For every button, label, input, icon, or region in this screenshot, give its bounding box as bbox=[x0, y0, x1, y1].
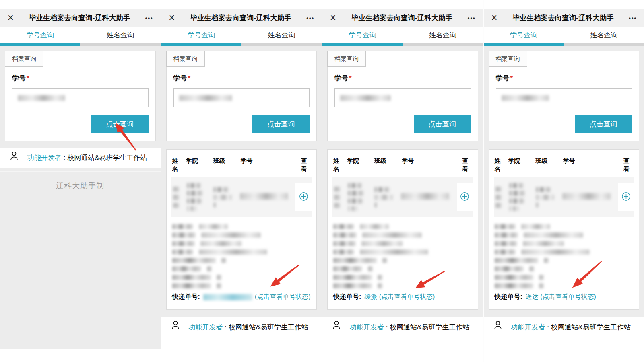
blurred-tracking-number[interactable] bbox=[203, 294, 252, 300]
detail-section: 快递单号:缓派 (点击查看单号状态) bbox=[332, 217, 473, 303]
close-icon[interactable]: ✕ bbox=[169, 14, 175, 22]
student-id-label: 学号 bbox=[173, 74, 187, 82]
required-mark: * bbox=[349, 74, 352, 82]
query-form-card: 档案查询 学号* 点击查询 bbox=[327, 51, 478, 141]
page-title: 毕业生档案去向查询-辽科大助手 bbox=[497, 13, 629, 23]
tracking-status-link-text[interactable]: (点击查看单号状态) bbox=[379, 293, 435, 300]
section-badge: 档案查询 bbox=[489, 51, 527, 67]
developer-value: : 校网通站&易班学生工作站 bbox=[223, 323, 309, 331]
student-id-input[interactable] bbox=[334, 88, 471, 107]
blurred-student-id-cell bbox=[401, 193, 454, 201]
tracking-status-link[interactable]: (点击查看单号状态) bbox=[255, 293, 311, 300]
tab-student-id-query[interactable]: 学号查询 bbox=[161, 27, 242, 43]
col-header-view: 查看 bbox=[301, 157, 308, 173]
col-header-name: 姓名 bbox=[495, 157, 502, 173]
page-title: 毕业生档案去向查询-辽科大助手 bbox=[336, 13, 468, 23]
tab-name-query[interactable]: 姓名查询 bbox=[402, 27, 483, 43]
person-icon bbox=[493, 320, 503, 334]
page-title: 毕业生档案去向查询-辽科大助手 bbox=[14, 13, 145, 23]
results-card: 姓名 学院 班级 学号 查看 bbox=[327, 149, 478, 310]
developer-value: : 校网通站&易班学生工作站 bbox=[384, 323, 470, 331]
titlebar: ✕ 毕业生档案去向查询-辽科大助手 ••• bbox=[0, 9, 161, 27]
blurred-name-cell bbox=[173, 187, 184, 208]
student-id-input[interactable] bbox=[173, 88, 310, 107]
col-header-class: 班级 bbox=[213, 157, 237, 173]
more-menu-icon[interactable]: ••• bbox=[306, 15, 314, 21]
view-cell bbox=[618, 183, 634, 211]
more-menu-icon[interactable]: ••• bbox=[629, 15, 637, 21]
developer-line: 功能开发者 : 校网通站&易班学生工作站 bbox=[6, 152, 154, 164]
section-badge: 档案查询 bbox=[166, 51, 205, 67]
tab-student-id-query[interactable]: 学号查询 bbox=[484, 27, 564, 43]
table-row bbox=[332, 177, 473, 217]
brand-area: 辽科大助手制 bbox=[0, 172, 161, 349]
developer-value: : 校网通站&易班学生工作站 bbox=[62, 154, 147, 162]
blurred-student-id-cell bbox=[562, 193, 615, 201]
student-id-input[interactable] bbox=[496, 88, 632, 107]
tabbar: 学号查询 姓名查询 bbox=[161, 27, 322, 43]
query-button[interactable]: 点击查询 bbox=[414, 115, 471, 133]
tracking-label: 快递单号: bbox=[172, 293, 200, 300]
tab-name-query[interactable]: 姓名查询 bbox=[80, 27, 160, 43]
panel-content: 档案查询 学号* 点击查询 功能开发者 : 校网通站&易 bbox=[0, 46, 161, 362]
tab-student-id-query[interactable]: 学号查询 bbox=[322, 27, 402, 43]
tab-student-id-query[interactable]: 学号查询 bbox=[0, 27, 80, 43]
more-menu-icon[interactable]: ••• bbox=[468, 15, 476, 21]
blurred-input-value bbox=[502, 95, 549, 101]
panel-content: 档案查询 学号* 点击查询 姓名 学院 班级 bbox=[161, 46, 322, 362]
titlebar: ✕ 毕业生档案去向查询-辽科大助手 ••• bbox=[484, 9, 644, 27]
tracking-line: 快递单号:(点击查看单号状态) bbox=[172, 292, 311, 303]
blurred-class-cell bbox=[374, 187, 398, 208]
developer-line: 功能开发者 : 校网通站&易班学生工作站 bbox=[168, 322, 316, 333]
brand-text: 辽科大助手制 bbox=[56, 181, 104, 190]
tabbar: 学号查询 姓名查询 bbox=[322, 27, 483, 43]
blurred-input-value bbox=[179, 95, 232, 101]
tab-underline bbox=[0, 43, 161, 46]
more-menu-icon[interactable]: ••• bbox=[145, 15, 153, 21]
query-button[interactable]: 点击查询 bbox=[252, 115, 310, 133]
divider bbox=[0, 168, 161, 172]
student-id-input[interactable] bbox=[12, 88, 149, 107]
bottom-spacer bbox=[161, 337, 322, 362]
tabbar: 学号查询 姓名查询 bbox=[0, 27, 161, 43]
section-badge: 档案查询 bbox=[327, 51, 366, 67]
close-icon[interactable]: ✕ bbox=[7, 14, 14, 22]
expand-icon[interactable] bbox=[299, 192, 308, 203]
panel-content: 档案查询 学号* 点击查询 姓名 学院 班级 bbox=[322, 46, 483, 362]
expand-icon[interactable] bbox=[460, 192, 469, 203]
developer-value: : 校网通站&易班学生工作站 bbox=[545, 323, 631, 331]
tracking-status[interactable]: 送达 bbox=[526, 293, 539, 300]
developer-line: 功能开发者 : 校网通站&易班学生工作站 bbox=[329, 322, 477, 333]
expand-icon[interactable] bbox=[621, 192, 631, 203]
col-header-view: 查看 bbox=[623, 157, 630, 173]
panel-content: 档案查询 学号* 点击查询 姓名 学院 班级 bbox=[484, 46, 644, 362]
tab-name-query[interactable]: 姓名查询 bbox=[564, 27, 644, 43]
tracking-status-link-text[interactable]: (点击查看单号状态) bbox=[540, 293, 596, 300]
person-icon bbox=[9, 150, 19, 165]
query-form-card: 档案查询 学号* 点击查询 bbox=[166, 51, 317, 141]
query-button[interactable]: 点击查询 bbox=[91, 115, 149, 133]
close-icon[interactable]: ✕ bbox=[330, 14, 336, 22]
student-id-label: 学号 bbox=[12, 74, 26, 82]
tracking-line: 快递单号:缓派 (点击查看单号状态) bbox=[333, 292, 472, 303]
developer-footer: 功能开发者 : 校网通站&易班学生工作站 bbox=[322, 317, 483, 337]
blurred-college-cell bbox=[187, 183, 210, 211]
section-badge: 档案查询 bbox=[5, 51, 43, 67]
query-button[interactable]: 点击查询 bbox=[575, 115, 632, 133]
developer-footer: 功能开发者 : 校网通站&易班学生工作站 bbox=[161, 317, 322, 337]
col-header-college: 学院 bbox=[186, 157, 209, 173]
table-header-row: 姓名 学院 班级 学号 查看 bbox=[171, 154, 312, 177]
blurred-college-cell bbox=[348, 183, 371, 211]
results-card: 姓名 学院 班级 学号 查看 bbox=[166, 149, 317, 310]
close-icon[interactable]: ✕ bbox=[491, 14, 498, 22]
tracking-status[interactable]: 缓派 bbox=[364, 293, 377, 300]
col-header-college: 学院 bbox=[347, 157, 370, 173]
required-mark: * bbox=[27, 74, 29, 82]
col-header-student-id: 学号 bbox=[402, 157, 458, 173]
col-header-name: 姓名 bbox=[333, 157, 340, 173]
required-mark: * bbox=[188, 74, 191, 82]
blurred-class-cell bbox=[213, 187, 237, 208]
stitched-screenshots: ✕ 毕业生档案去向查询-辽科大助手 ••• 学号查询 姓名查询 档案查询 学号* bbox=[0, 0, 644, 362]
developer-line: 功能开发者 : 校网通站&易班学生工作站 bbox=[490, 322, 638, 333]
tab-name-query[interactable]: 姓名查询 bbox=[242, 27, 322, 43]
